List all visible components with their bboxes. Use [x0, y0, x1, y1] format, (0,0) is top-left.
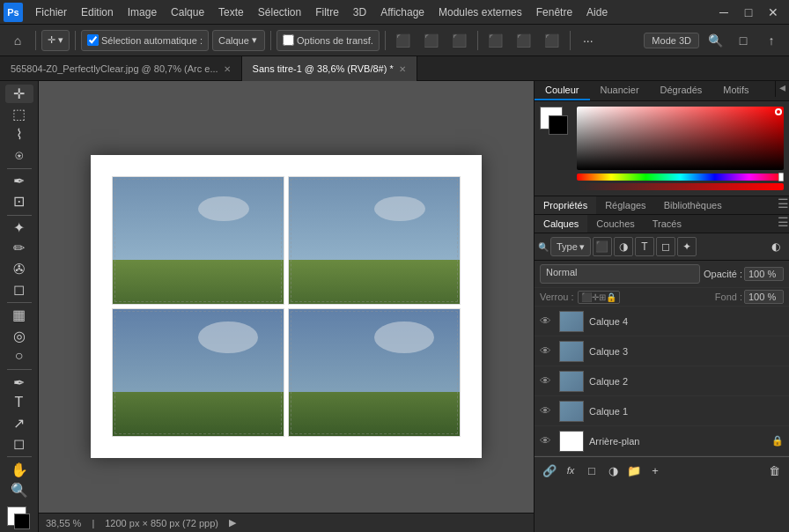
menu-modules[interactable]: Modules externes: [431, 0, 529, 25]
filter-adjust-icon[interactable]: ◑: [614, 237, 633, 256]
layer-3-eye[interactable]: 👁: [540, 344, 554, 358]
auto-select-checkbox[interactable]: Sélection automatique :: [81, 30, 209, 51]
lock-pixels-icon[interactable]: ⬛: [581, 292, 592, 302]
tool-shape[interactable]: ◻: [5, 434, 33, 453]
tool-healing-brush[interactable]: ✦: [5, 218, 33, 237]
layer-4-eye[interactable]: 👁: [540, 314, 554, 328]
link-layers-btn[interactable]: 🔗: [540, 461, 559, 480]
view-icon[interactable]: □: [731, 28, 756, 53]
tab-calques[interactable]: Calques: [535, 215, 587, 233]
distribute-icon[interactable]: ⬛: [483, 28, 508, 53]
add-style-btn[interactable]: fx: [561, 461, 580, 480]
tab-1-close[interactable]: ✕: [224, 64, 231, 74]
tab-reglages[interactable]: Réglages: [596, 196, 654, 214]
tab-couleur[interactable]: Couleur: [535, 81, 590, 100]
transform-options-input[interactable]: [283, 34, 294, 46]
tab-proprietes[interactable]: Propriétés: [535, 196, 596, 214]
tool-pen[interactable]: ✒: [5, 373, 33, 391]
blend-mode-dropdown[interactable]: Normal: [540, 264, 700, 284]
tool-path-select[interactable]: ↗: [5, 414, 33, 432]
lock-position-icon[interactable]: ✛: [592, 292, 599, 302]
opacity-input[interactable]: [744, 267, 784, 281]
menu-fichier[interactable]: Fichier: [28, 0, 74, 25]
tab-1[interactable]: 565804-Z0_PerfectlyClear.jpg @ 80,7% (Ar…: [0, 56, 242, 81]
tool-dodge[interactable]: ○: [5, 347, 33, 366]
align-left-icon[interactable]: ⬛: [391, 28, 416, 53]
add-mask-btn[interactable]: □: [582, 461, 601, 480]
type-filter-dropdown[interactable]: Type ▾: [550, 237, 591, 256]
lock-all-icon[interactable]: 🔒: [606, 292, 616, 302]
layer-row-2[interactable]: 👁 Calque 2: [535, 366, 789, 396]
tool-brush[interactable]: ✏: [5, 239, 33, 257]
tab-bibliotheques[interactable]: Bibliothèques: [655, 196, 731, 214]
zoom-icon[interactable]: 🔍: [703, 28, 727, 53]
layer-row-1[interactable]: 👁 Calque 1: [535, 396, 789, 426]
filter-text-icon[interactable]: T: [635, 237, 654, 256]
tool-gradient[interactable]: ▦: [5, 306, 33, 324]
canvas-area[interactable]: BREIZH 5,37€ Ma Piste2021 ARC EN CIEL SU…: [39, 81, 534, 532]
tab-traces[interactable]: Tracés: [644, 215, 690, 233]
layer-2-eye[interactable]: 👁: [540, 374, 554, 388]
add-adjustment-btn[interactable]: ◑: [603, 461, 623, 480]
alpha-bar[interactable]: [577, 183, 784, 190]
minimize-button[interactable]: ─: [712, 0, 736, 25]
transform-options-checkbox[interactable]: Options de transf.: [277, 30, 380, 51]
filter-toggle-icon[interactable]: ◐: [766, 237, 785, 256]
fill-input[interactable]: [744, 290, 784, 304]
props-panel-menu[interactable]: ☰: [778, 196, 789, 214]
share-icon[interactable]: ↑: [759, 28, 784, 53]
mode-badge[interactable]: Mode 3D: [644, 33, 699, 48]
auto-select-input[interactable]: [87, 34, 99, 46]
menu-selection[interactable]: Sélection: [251, 0, 308, 25]
tool-hand[interactable]: ✋: [5, 461, 33, 479]
tab-motifs[interactable]: Motifs: [712, 81, 759, 100]
tab-couches[interactable]: Couches: [587, 215, 643, 233]
menu-calque[interactable]: Calque: [164, 0, 211, 25]
home-icon[interactable]: ⌂: [5, 28, 30, 53]
layer-option-dropdown[interactable]: Calque ▾: [212, 30, 265, 51]
background-color-swatch[interactable]: [14, 514, 30, 529]
tool-blur[interactable]: ◎: [5, 327, 33, 345]
arrow-icon[interactable]: ▶: [229, 517, 236, 528]
layer-row-3[interactable]: 👁 Calque 3: [535, 336, 789, 366]
tab-degrades[interactable]: Dégradés: [650, 81, 713, 100]
menu-edition[interactable]: Edition: [74, 0, 121, 25]
layer-row-4[interactable]: 👁 Calque 4: [535, 307, 789, 336]
right-icon-bar-handle[interactable]: ▶: [778, 85, 787, 93]
bg-swatch[interactable]: [549, 115, 568, 135]
tab-nuancier[interactable]: Nuancier: [590, 81, 650, 100]
align-center-icon[interactable]: ⬛: [419, 28, 444, 53]
tool-lasso[interactable]: ⌇: [5, 125, 33, 144]
menu-3d[interactable]: 3D: [346, 0, 373, 25]
layer-row-bg[interactable]: 👁 Arrière-plan 🔒: [535, 426, 789, 456]
filter-shape-icon[interactable]: ◻: [656, 237, 675, 256]
layer-bg-eye[interactable]: 👁: [540, 434, 554, 447]
delete-layer-btn[interactable]: 🗑: [764, 461, 784, 480]
hue-bar[interactable]: [577, 174, 784, 181]
filter-pixel-icon[interactable]: ⬛: [593, 237, 612, 256]
menu-filtre[interactable]: Filtre: [308, 0, 346, 25]
color-gradient-field[interactable]: [577, 107, 784, 170]
close-button[interactable]: ✕: [761, 0, 785, 25]
lock-artboard-icon[interactable]: ⊞: [599, 292, 606, 302]
tool-move[interactable]: ✛: [5, 85, 33, 103]
new-group-btn[interactable]: 📁: [624, 461, 644, 480]
menu-affichage[interactable]: Affichage: [373, 0, 431, 25]
align-right-icon[interactable]: ⬛: [447, 28, 472, 53]
tool-text[interactable]: T: [5, 394, 33, 412]
tool-magic-wand[interactable]: ⍟: [5, 145, 33, 164]
tool-zoom[interactable]: 🔍: [5, 481, 33, 499]
tool-crop[interactable]: ⊡: [5, 192, 33, 211]
maximize-button[interactable]: □: [736, 0, 761, 25]
tool-clone-stamp[interactable]: ✇: [5, 259, 33, 277]
distribute2-icon[interactable]: ⬛: [512, 28, 536, 53]
layers-panel-menu[interactable]: ☰: [778, 215, 789, 233]
tool-rectangle-select[interactable]: ⬚: [5, 105, 33, 123]
menu-image[interactable]: Image: [121, 0, 164, 25]
menu-aide[interactable]: Aide: [579, 0, 615, 25]
tool-eyedropper[interactable]: ✒: [5, 172, 33, 190]
distribute3-icon[interactable]: ⬛: [540, 28, 564, 53]
new-layer-btn[interactable]: +: [645, 461, 665, 480]
menu-texte[interactable]: Texte: [211, 0, 251, 25]
more-options-icon[interactable]: ···: [576, 28, 601, 53]
